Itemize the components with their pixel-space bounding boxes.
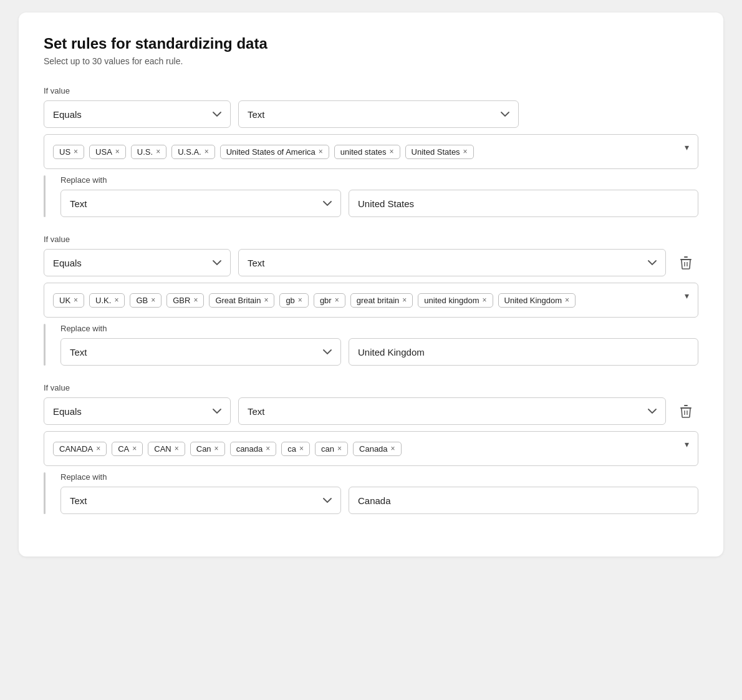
- rule-1-tags-expand-icon[interactable]: ▾: [685, 142, 689, 152]
- tag-gb-remove[interactable]: ×: [151, 296, 155, 304]
- tag-usa: USA ×: [89, 145, 126, 159]
- rule-2-replace-value-input[interactable]: [349, 338, 698, 366]
- tag-gb: GB ×: [130, 293, 161, 308]
- tag-can: CAN ×: [148, 442, 185, 456]
- tag-ca-remove[interactable]: ×: [132, 445, 137, 452]
- tag-usa-remove[interactable]: ×: [115, 148, 120, 155]
- page-title: Set rules for standardizing data: [44, 35, 698, 52]
- rule-2-replace-content: Replace with Text Number Date: [60, 324, 698, 366]
- tag-uk-dots-remove[interactable]: ×: [114, 296, 118, 304]
- rule-1-replace-value-input[interactable]: [349, 190, 698, 217]
- tag-can-lower: can ×: [315, 442, 348, 456]
- tag-gbr-remove[interactable]: ×: [193, 296, 198, 304]
- tag-canada-lower: canada ×: [230, 442, 277, 456]
- tag-usa-dots: U.S.A. ×: [171, 145, 215, 159]
- rule-2-condition-select[interactable]: Equals Contains Starts with Ends with: [44, 249, 231, 276]
- rule-1-replace-section: Replace with Text Number Date: [44, 175, 698, 217]
- tag-us-dots-remove[interactable]: ×: [156, 148, 160, 155]
- tag-gbr-lower-remove[interactable]: ×: [335, 296, 339, 304]
- svg-rect-0: [680, 259, 691, 260]
- tag-can-remove[interactable]: ×: [175, 445, 179, 452]
- tag-canada-remove[interactable]: ×: [391, 445, 395, 452]
- rule-1-condition-select[interactable]: Equals Contains Starts with Ends with: [44, 100, 231, 128]
- tag-can-cap: Can ×: [190, 442, 225, 456]
- tag-ca: CA ×: [112, 442, 143, 456]
- rule-3-tags-box: CANADA × CA × CAN × Can × canada × ca × …: [44, 431, 698, 466]
- rule-3-replace-row: Text Number Date: [60, 487, 698, 514]
- rule-1-replace-content: Replace with Text Number Date: [60, 175, 698, 217]
- rule-3-left-bar: [44, 472, 46, 514]
- rule-3-condition-row: Equals Contains Starts with Ends with Te…: [44, 397, 698, 425]
- tag-usa-dots-remove[interactable]: ×: [205, 148, 209, 155]
- rule-1-replace-row: Text Number Date: [60, 190, 698, 217]
- rule-3-tags-expand-icon[interactable]: ▾: [685, 439, 689, 449]
- tag-uk-remove[interactable]: ×: [74, 296, 78, 304]
- svg-rect-1: [684, 256, 688, 258]
- tag-uk: UK ×: [53, 293, 84, 308]
- tag-united-states: United States ×: [405, 145, 474, 159]
- tag-united-kingdom-lower: united kingdom ×: [418, 293, 493, 308]
- rule-1-tags-box: US × USA × U.S. × U.S.A. × United States…: [44, 134, 698, 169]
- tag-canada: Canada ×: [353, 442, 402, 456]
- rule-3-delete-button[interactable]: [673, 399, 698, 424]
- tag-united-states-remove[interactable]: ×: [463, 148, 468, 155]
- rule-2-condition-row: Equals Contains Starts with Ends with Te…: [44, 249, 698, 276]
- tag-can-lower-remove[interactable]: ×: [337, 445, 342, 452]
- tag-us-remove[interactable]: ×: [74, 148, 78, 155]
- rule-2-section: If value Equals Contains Starts with End…: [44, 235, 698, 366]
- tag-gbr: GBR ×: [166, 293, 204, 308]
- rule-2-replace-row: Text Number Date: [60, 338, 698, 366]
- svg-rect-5: [684, 405, 688, 406]
- tag-canada-upper-remove[interactable]: ×: [96, 445, 100, 452]
- rule-3-section: If value Equals Contains Starts with End…: [44, 383, 698, 514]
- rule-3-condition-select[interactable]: Equals Contains Starts with Ends with: [44, 397, 231, 425]
- rule-3-replace-label: Replace with: [60, 472, 698, 482]
- tag-uk-dots: U.K. ×: [89, 293, 125, 308]
- rule-1-type-select[interactable]: Text Number Date: [238, 100, 519, 128]
- svg-rect-4: [680, 407, 691, 409]
- tag-great-britain: Great Britain ×: [209, 293, 274, 308]
- rule-1-replace-label: Replace with: [60, 175, 698, 185]
- rule-2-type-select[interactable]: Text Number Date: [238, 249, 666, 276]
- rule-1-condition-row: Equals Contains Starts with Ends with Te…: [44, 100, 698, 128]
- rule-3-type-select[interactable]: Text Number Date: [238, 397, 666, 425]
- rule-1-section: If value Equals Contains Starts with End…: [44, 86, 698, 217]
- tag-great-britain-lower: great britain ×: [350, 293, 413, 308]
- rule-3-replace-value-input[interactable]: [349, 487, 698, 514]
- rule-2-replace-section: Replace with Text Number Date: [44, 324, 698, 366]
- rule-3-replace-section: Replace with Text Number Date: [44, 472, 698, 514]
- rule-1-if-label: If value: [44, 86, 698, 95]
- tag-canada-upper: CANADA ×: [53, 442, 107, 456]
- rule-3-replace-type-select[interactable]: Text Number Date: [60, 487, 341, 514]
- tag-gb-lower: gb ×: [279, 293, 308, 308]
- tag-united-states-lower-remove[interactable]: ×: [390, 148, 394, 155]
- main-card: Set rules for standardizing data Select …: [19, 12, 723, 557]
- tag-canada-lower-remove[interactable]: ×: [266, 445, 270, 452]
- rule-1-replace-type-select[interactable]: Text Number Date: [60, 190, 341, 217]
- rule-2-tags-expand-icon[interactable]: ▾: [685, 291, 689, 301]
- rule-3-replace-content: Replace with Text Number Date: [60, 472, 698, 514]
- tag-united-states-of-america-remove[interactable]: ×: [319, 148, 323, 155]
- rule-2-replace-type-select[interactable]: Text Number Date: [60, 338, 341, 366]
- tag-ca-lower: ca ×: [281, 442, 310, 456]
- rule-2-left-bar: [44, 324, 46, 366]
- tag-united-kingdom-lower-remove[interactable]: ×: [483, 296, 487, 304]
- tag-us-dots: U.S. ×: [131, 145, 166, 159]
- page-subtitle: Select up to 30 values for each rule.: [44, 56, 698, 66]
- tag-united-states-lower: united states ×: [334, 145, 400, 159]
- rule-2-if-label: If value: [44, 235, 698, 244]
- rule-3-if-label: If value: [44, 383, 698, 392]
- tag-united-kingdom: United Kingdom ×: [498, 293, 576, 308]
- rule-2-replace-label: Replace with: [60, 324, 698, 333]
- tag-great-britain-lower-remove[interactable]: ×: [402, 296, 407, 304]
- rule-2-tags-box: UK × U.K. × GB × GBR × Great Britain × g…: [44, 283, 698, 318]
- tag-ca-lower-remove[interactable]: ×: [299, 445, 304, 452]
- tag-us: US ×: [53, 145, 84, 159]
- tag-can-cap-remove[interactable]: ×: [214, 445, 219, 452]
- rule-1-left-bar: [44, 175, 46, 217]
- tag-united-kingdom-remove[interactable]: ×: [565, 296, 569, 304]
- tag-great-britain-remove[interactable]: ×: [264, 296, 268, 304]
- rule-2-delete-button[interactable]: [673, 250, 698, 275]
- tag-united-states-of-america: United States of America ×: [220, 145, 329, 159]
- tag-gb-lower-remove[interactable]: ×: [298, 296, 302, 304]
